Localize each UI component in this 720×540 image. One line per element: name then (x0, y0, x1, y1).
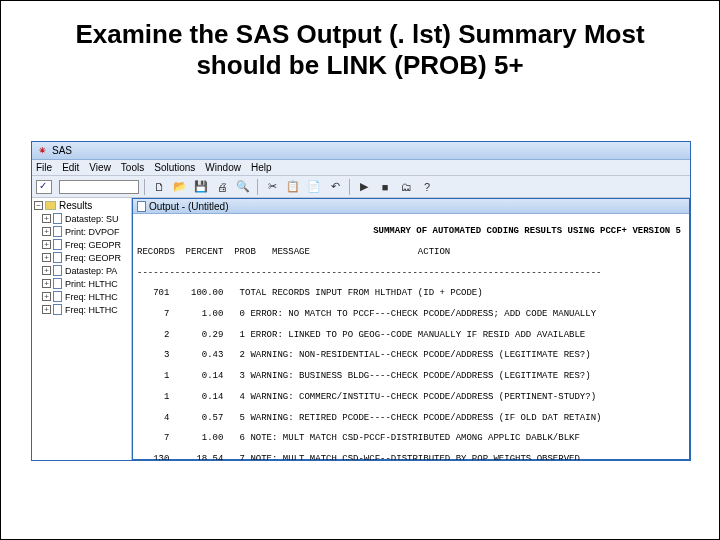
menu-tools[interactable]: Tools (121, 162, 144, 173)
output-row: 3 0.43 2 WARNING: NON-RESIDENTIAL--CHECK… (137, 350, 685, 360)
tree-root-label: Results (59, 200, 92, 211)
doc-icon (137, 201, 146, 212)
tree-item[interactable]: +Freq: HLTHC (42, 291, 129, 302)
menu-solutions[interactable]: Solutions (154, 162, 195, 173)
command-input[interactable] (59, 180, 139, 194)
toolbar-separator (257, 179, 258, 195)
tree-root-results[interactable]: − Results (34, 200, 129, 211)
doc-icon (53, 226, 62, 237)
content-pane: Output - (Untitled) SUMMARY OF AUTOMATED… (132, 198, 690, 460)
tree-item-label: Freq: GEOPR (65, 253, 121, 263)
stop-icon[interactable]: ■ (376, 178, 394, 196)
title-bar: ✳ SAS (32, 142, 690, 160)
doc-icon (53, 278, 62, 289)
tree-item[interactable]: +Freq: GEOPR (42, 239, 129, 250)
expand-icon[interactable]: + (42, 214, 51, 223)
cut-icon[interactable]: ✂ (263, 178, 281, 196)
copy-icon[interactable]: 📋 (284, 178, 302, 196)
undo-icon[interactable]: ↶ (326, 178, 344, 196)
menu-file[interactable]: File (36, 162, 52, 173)
preview-icon[interactable]: 🔍 (234, 178, 252, 196)
print-icon[interactable]: 🖨 (213, 178, 231, 196)
output-row: 2 0.29 1 ERROR: LINKED TO PO GEOG--CODE … (137, 330, 685, 340)
doc-icon (53, 291, 62, 302)
output-row: 701 100.00 TOTAL RECORDS INPUT FROM HLTH… (137, 288, 685, 298)
slide-title: Examine the SAS Output (. lst) Summary M… (1, 1, 719, 89)
sas-window: ✳ SAS File Edit View Tools Solutions Win… (31, 141, 691, 461)
tree-item-label: Print: DVPOF (65, 227, 120, 237)
output-text: SUMMARY OF AUTOMATED CODING RESULTS USIN… (133, 214, 689, 460)
tree-item-label: Freq: HLTHC (65, 305, 118, 315)
output-row: 1 0.14 4 WARNING: COMMERC/INSTITU--CHECK… (137, 392, 685, 402)
menu-window[interactable]: Window (205, 162, 241, 173)
open-icon[interactable]: 📂 (171, 178, 189, 196)
doc-icon (53, 252, 62, 263)
divider: ----------------------------------------… (137, 268, 685, 278)
tree-item[interactable]: +Print: HLTHC (42, 278, 129, 289)
expand-icon[interactable]: + (42, 279, 51, 288)
tree-item-label: Freq: GEOPR (65, 240, 121, 250)
menu-help[interactable]: Help (251, 162, 272, 173)
tree-item-label: Print: HLTHC (65, 279, 118, 289)
collapse-icon[interactable]: − (34, 201, 43, 210)
tree-item-label: Datastep: SU (65, 214, 119, 224)
output-row: 1 0.14 3 WARNING: BUSINESS BLDG----CHECK… (137, 371, 685, 381)
doc-icon (53, 304, 62, 315)
toolbar-separator (349, 179, 350, 195)
paste-icon[interactable]: 📄 (305, 178, 323, 196)
toolbar-separator (144, 179, 145, 195)
submit-icon[interactable]: ▶ (355, 178, 373, 196)
folder-icon (45, 201, 56, 210)
tree-item[interactable]: +Datastep: SU (42, 213, 129, 224)
output-row: 130 18.54 7 NOTE: MULT MATCH CSD-WCF--DI… (137, 454, 685, 460)
tree-item[interactable]: +Datastep: PA (42, 265, 129, 276)
expand-icon[interactable]: + (42, 227, 51, 236)
output-row: 4 0.57 5 WARNING: RETIRED PCODE----CHECK… (137, 413, 685, 423)
help-icon[interactable]: ? (418, 178, 436, 196)
output-window: Output - (Untitled) SUMMARY OF AUTOMATED… (132, 198, 690, 460)
menu-bar: File Edit View Tools Solutions Window He… (32, 160, 690, 176)
output-row: 7 1.00 0 ERROR: NO MATCH TO PCCF---CHECK… (137, 309, 685, 319)
expand-icon[interactable]: + (42, 253, 51, 262)
expand-icon[interactable]: + (42, 240, 51, 249)
doc-icon (53, 239, 62, 250)
tree-item-label: Freq: HLTHC (65, 292, 118, 302)
output-window-titlebar: Output - (Untitled) (133, 199, 689, 214)
results-sidebar: − Results +Datastep: SU +Print: DVPOF +F… (32, 198, 132, 460)
expand-icon[interactable]: + (42, 305, 51, 314)
window-title: SAS (52, 145, 72, 156)
summary-title: SUMMARY OF AUTOMATED CODING RESULTS USIN… (137, 226, 685, 236)
output-window-title: Output - (Untitled) (149, 201, 228, 212)
col-headers: RECORDS PERCENT PROB MESSAGE ACTION (137, 247, 685, 257)
tree-item[interactable]: +Print: DVPOF (42, 226, 129, 237)
save-icon[interactable]: 💾 (192, 178, 210, 196)
doc-icon (53, 265, 62, 276)
explorer-icon[interactable]: 🗂 (397, 178, 415, 196)
output-row: 7 1.00 6 NOTE: MULT MATCH CSD-PCCF-DISTR… (137, 433, 685, 443)
menu-view[interactable]: View (89, 162, 111, 173)
expand-icon[interactable]: + (42, 292, 51, 301)
expand-icon[interactable]: + (42, 266, 51, 275)
tree-item[interactable]: +Freq: GEOPR (42, 252, 129, 263)
new-icon[interactable]: 🗋 (150, 178, 168, 196)
toolbar: 🗋 📂 💾 🖨 🔍 ✂ 📋 📄 ↶ ▶ ■ 🗂 ? (32, 176, 690, 198)
sas-app-icon: ✳ (36, 145, 48, 157)
command-check-icon[interactable] (36, 180, 52, 194)
menu-edit[interactable]: Edit (62, 162, 79, 173)
tree-item-label: Datastep: PA (65, 266, 117, 276)
doc-icon (53, 213, 62, 224)
tree-item[interactable]: +Freq: HLTHC (42, 304, 129, 315)
